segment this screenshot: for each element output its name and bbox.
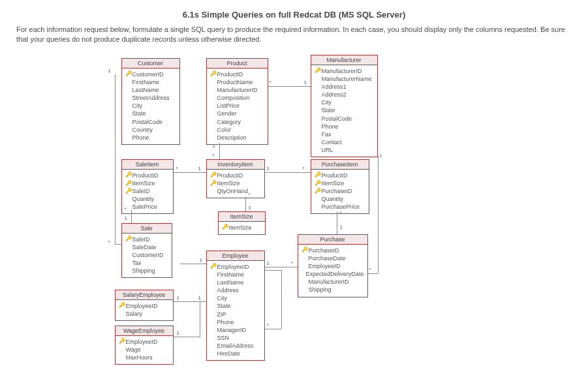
field-name: URL bbox=[322, 146, 333, 154]
field-name: FirstName bbox=[132, 78, 160, 86]
field-row: Phone bbox=[125, 134, 176, 142]
field-row: 🔑EmployeeID bbox=[210, 263, 261, 271]
field-row: SSN bbox=[210, 334, 261, 342]
field-name: City bbox=[132, 102, 143, 110]
key-icon: 🔑 bbox=[125, 235, 131, 243]
field-name: ItemSize bbox=[132, 179, 155, 187]
field-row: Phone bbox=[315, 123, 374, 130]
field-name: Phone bbox=[132, 134, 149, 142]
field-name: ManufacturerID bbox=[217, 86, 258, 94]
field-name: Gender bbox=[217, 110, 237, 117]
field-row: SaleDate bbox=[125, 243, 168, 251]
entity-purchase: Purchase🔑PurchaseIDPurchaseDateEmployeeI… bbox=[298, 234, 368, 297]
field-name: PurchaseID bbox=[322, 187, 352, 195]
field-name: SaleID bbox=[132, 235, 150, 243]
field-row: Composition bbox=[210, 94, 264, 102]
field-name: ProductID bbox=[132, 172, 159, 179]
field-row: Country bbox=[125, 126, 176, 134]
entity-manufacturer: Manufacturer🔑ManufacturerIDManufacturerN… bbox=[311, 55, 378, 158]
field-name: PurchaseID bbox=[309, 247, 339, 254]
entity-header: ItemSize bbox=[219, 212, 265, 222]
field-row: ManagerID bbox=[210, 326, 261, 334]
erd-canvas: Customer🔑CustomerIDFirstNameLastNameStre… bbox=[17, 55, 572, 361]
field-row: EmailAddress bbox=[210, 342, 261, 350]
key-icon: 🔑 bbox=[315, 67, 320, 74]
field-name: SaleDate bbox=[132, 243, 157, 251]
field-row: City bbox=[210, 294, 261, 302]
field-row: 🔑ItemSize bbox=[222, 224, 262, 232]
field-name: MaxHours bbox=[126, 354, 153, 361]
field-row: 🔑CustomerID bbox=[125, 70, 176, 78]
entity-header: SaleItem bbox=[122, 160, 173, 170]
field-row: ZIP bbox=[210, 311, 261, 318]
field-row: Color bbox=[210, 126, 264, 134]
field-row: City bbox=[125, 102, 176, 110]
field-name: PostalCode bbox=[132, 118, 163, 126]
field-name: ProductID bbox=[322, 172, 348, 179]
entity-saleitem: SaleItem🔑ProductID🔑ItemSize🔑SaleIDQuanti… bbox=[121, 159, 174, 215]
intro-text: For each information request below, form… bbox=[16, 25, 572, 45]
field-name: State bbox=[132, 110, 146, 117]
field-name: CustomerID bbox=[132, 251, 164, 259]
field-row: URL bbox=[315, 146, 374, 154]
field-row: ProductName bbox=[210, 78, 264, 86]
field-row: 🔑SaleID bbox=[125, 235, 168, 243]
field-row: 🔑EmployeeID bbox=[119, 302, 170, 310]
field-name: Wage bbox=[126, 346, 141, 354]
field-row: Category bbox=[210, 118, 264, 126]
entity-itemsize: ItemSize🔑ItemSize bbox=[218, 211, 266, 235]
field-row: Address2 bbox=[315, 91, 374, 99]
field-name: State bbox=[217, 302, 231, 310]
field-name: PostalCode bbox=[322, 115, 352, 123]
field-row: ListPrice bbox=[210, 102, 264, 110]
field-row: 🔑ProductID bbox=[210, 70, 264, 78]
field-row: Description bbox=[210, 134, 264, 142]
field-name: Shipping bbox=[309, 286, 332, 294]
field-row: Gender bbox=[210, 110, 264, 117]
field-name: Country bbox=[132, 126, 153, 134]
field-name: SalePrice bbox=[132, 203, 158, 211]
field-name: PurchaseDate bbox=[309, 254, 346, 262]
field-name: ProductID bbox=[217, 172, 243, 179]
field-row: Contact bbox=[315, 138, 374, 146]
field-name: Tax bbox=[132, 259, 142, 267]
field-row: ExpectedDeliveryDate bbox=[302, 270, 364, 278]
field-row: Address bbox=[210, 286, 261, 294]
entity-header: Employee bbox=[207, 251, 264, 261]
field-name: HireDate bbox=[217, 350, 241, 357]
entity-body: 🔑SaleIDSaleDateCustomerIDTaxShipping bbox=[122, 234, 172, 278]
field-name: Description bbox=[217, 134, 247, 142]
entity-customer: Customer🔑CustomerIDFirstNameLastNameStre… bbox=[121, 58, 180, 145]
field-row: Salary bbox=[119, 310, 170, 318]
field-row: ManufacturerID bbox=[210, 86, 264, 94]
field-name: Address2 bbox=[322, 91, 347, 99]
field-name: State bbox=[322, 106, 335, 114]
entity-header: InventoryItem bbox=[207, 160, 264, 170]
field-name: Quantity bbox=[132, 195, 155, 203]
key-icon: 🔑 bbox=[210, 70, 215, 78]
field-name: EmployeeID bbox=[126, 338, 158, 346]
field-name: SaleID bbox=[132, 187, 150, 195]
field-name: Category bbox=[217, 118, 241, 126]
entity-header: Purchase bbox=[298, 235, 367, 245]
field-name: Phone bbox=[217, 318, 234, 326]
field-name: ManagerID bbox=[217, 326, 247, 334]
key-icon: 🔑 bbox=[315, 180, 320, 187]
field-name: ListPrice bbox=[217, 102, 240, 110]
key-icon: 🔑 bbox=[125, 172, 131, 179]
key-icon: 🔑 bbox=[119, 302, 124, 309]
key-icon: 🔑 bbox=[119, 338, 124, 345]
field-row: PostalCode bbox=[315, 115, 374, 123]
key-icon: 🔑 bbox=[315, 188, 320, 195]
key-icon: 🔑 bbox=[210, 180, 215, 187]
field-name: EmailAddress bbox=[217, 342, 254, 350]
key-icon: 🔑 bbox=[302, 247, 307, 254]
field-name: Quantity bbox=[322, 195, 344, 203]
field-name: EmployeeID bbox=[126, 302, 158, 310]
field-row: Wage bbox=[119, 346, 170, 354]
field-row: Shipping bbox=[302, 286, 364, 294]
entity-body: 🔑ManufacturerIDManufacturerNameAddress1A… bbox=[311, 65, 377, 157]
field-name: ManufacturerName bbox=[322, 75, 372, 83]
key-icon: 🔑 bbox=[125, 180, 131, 187]
field-row: HireDate bbox=[210, 350, 261, 357]
